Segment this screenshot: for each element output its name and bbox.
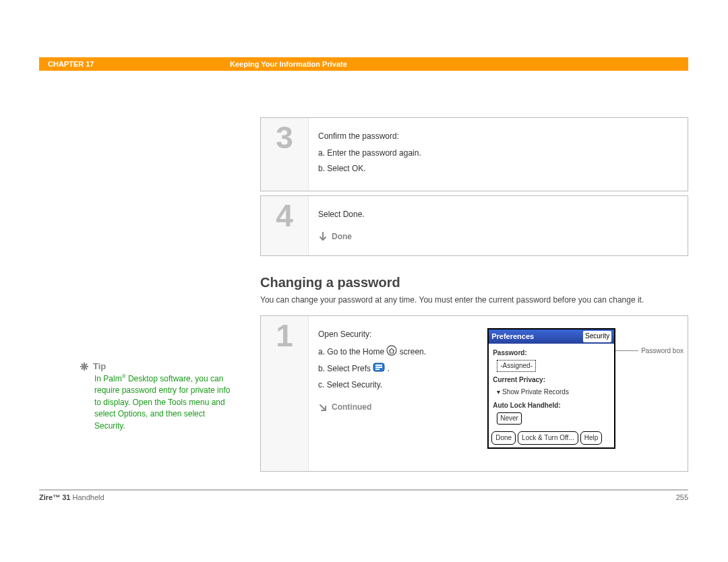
footer: Zire™ 31 Handheld 255 <box>39 489 688 501</box>
step-item: b. Select Prefs . <box>318 363 493 376</box>
step-number: 1 <box>261 316 309 471</box>
home-icon <box>386 345 397 360</box>
svg-rect-7 <box>375 365 382 366</box>
step-item: c. Select Security. <box>318 379 493 392</box>
page-number: 255 <box>676 493 688 501</box>
continued-label: Continued <box>332 401 371 414</box>
palm-preferences-mock: Preferences Security Password: -Assigned… <box>487 328 615 449</box>
tip-label: Tip <box>93 361 106 371</box>
step-number: 3 <box>261 118 309 191</box>
tip-block: Tip In Palm® Desktop software, you can r… <box>80 361 235 432</box>
step-item-text: a. Go to the Home <box>318 347 386 356</box>
down-arrow-icon <box>318 232 328 241</box>
palm-done-button: Done <box>491 431 516 445</box>
tip-body: In Palm® Desktop software, you can requi… <box>80 373 235 432</box>
chapter-label: CHAPTER 17 <box>39 60 230 68</box>
done-label: Done <box>332 230 352 243</box>
step-3-box: 3 Confirm the password: a. Enter the pas… <box>260 117 688 191</box>
palm-password-label: Password: <box>493 348 610 358</box>
header-bar: CHAPTER 17 Keeping Your Information Priv… <box>39 57 688 71</box>
svg-rect-9 <box>375 369 380 370</box>
palm-help-button: Help <box>580 431 603 445</box>
asterisk-icon <box>80 362 89 371</box>
palm-lock-button: Lock & Turn Off... <box>518 431 578 445</box>
step-item-text: b. Select Prefs <box>318 364 373 373</box>
step-item-text: screen. <box>400 347 426 356</box>
palm-title-right: Security <box>583 331 611 343</box>
product-name-rest: Handheld <box>70 493 104 501</box>
palm-autolock-label: Auto Lock Handheld: <box>493 400 610 411</box>
section-title-header: Keeping Your Information Private <box>230 60 347 68</box>
password-box-callout: Password box <box>615 346 684 356</box>
continued-arrow-icon <box>318 403 328 412</box>
step-item-text: . <box>388 364 390 373</box>
step-lead: Select Done. <box>318 208 677 221</box>
palm-privacy-label: Current Privacy: <box>493 375 610 385</box>
product-name-bold: Zire™ 31 <box>39 493 70 501</box>
palm-title-left: Preferences <box>491 331 534 343</box>
tip-heading: Tip <box>80 361 235 371</box>
step-number: 4 <box>261 196 309 255</box>
tip-text-prefix: In Palm <box>94 374 122 383</box>
step-item: a. Go to the Home screen. <box>318 345 493 360</box>
step-item: a. Enter the password again. <box>318 147 677 160</box>
svg-rect-8 <box>375 367 382 368</box>
section-title: Changing a password <box>260 275 688 290</box>
section-desc: You can change your password at any time… <box>260 294 688 306</box>
palm-autolock-value: Never <box>497 412 522 425</box>
step-1-box: 1 Open Security: a. Go to the Home scree… <box>260 315 688 472</box>
prefs-icon <box>373 363 385 376</box>
svg-point-5 <box>387 346 396 355</box>
palm-privacy-text: Show Private Records <box>502 388 569 396</box>
done-line: Done <box>318 230 677 243</box>
product-name: Zire™ 31 Handheld <box>39 493 104 501</box>
step-item: b. Select OK. <box>318 162 677 175</box>
step-lead: Confirm the password: <box>318 130 677 143</box>
palm-privacy-value: ▾ Show Private Records <box>497 387 610 398</box>
callout-text: Password box <box>641 346 684 356</box>
step-4-box: 4 Select Done. Done <box>260 195 688 256</box>
palm-password-value: -Assigned- <box>497 360 536 372</box>
